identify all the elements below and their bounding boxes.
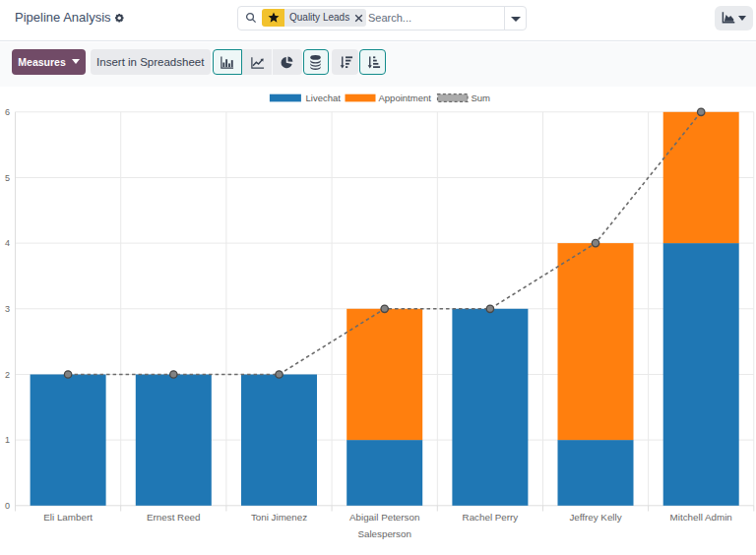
svg-text:4: 4 <box>5 238 10 248</box>
svg-text:6: 6 <box>5 107 10 117</box>
svg-text:5: 5 <box>5 173 10 183</box>
svg-text:Rachel Perry: Rachel Perry <box>463 512 519 523</box>
svg-text:Salesperson: Salesperson <box>357 528 410 539</box>
svg-text:Appointment: Appointment <box>379 92 432 103</box>
svg-text:3: 3 <box>5 304 10 314</box>
svg-text:2: 2 <box>5 370 10 380</box>
svg-text:Sum: Sum <box>472 92 491 103</box>
svg-text:Livechat: Livechat <box>306 92 342 103</box>
svg-text:Toni Jimenez: Toni Jimenez <box>251 512 307 523</box>
svg-text:Mitchell Admin: Mitchell Admin <box>670 512 732 523</box>
svg-text:Ernest Reed: Ernest Reed <box>147 512 200 523</box>
svg-text:Eli Lambert: Eli Lambert <box>43 512 93 523</box>
svg-text:Jeffrey Kelly: Jeffrey Kelly <box>569 512 621 523</box>
svg-text:Abigail Peterson: Abigail Peterson <box>349 512 419 523</box>
svg-text:0: 0 <box>5 501 10 511</box>
svg-text:1: 1 <box>5 435 10 445</box>
